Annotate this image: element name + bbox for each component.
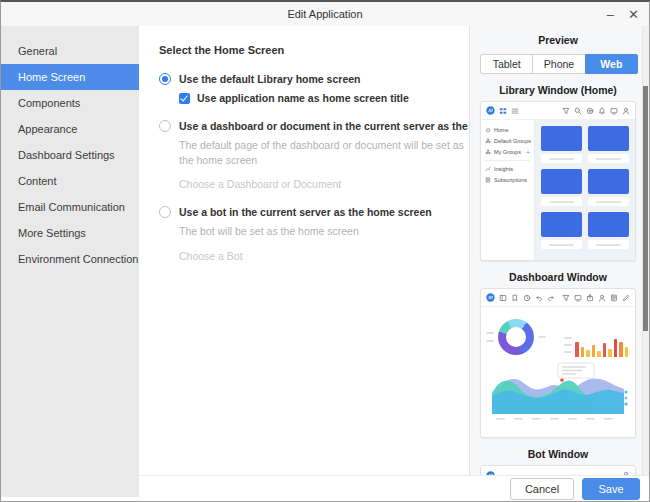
library-card (588, 212, 629, 249)
section-heading: Select the Home Screen (159, 44, 471, 56)
tab-phone[interactable]: Phone (532, 54, 585, 74)
search-icon (574, 107, 582, 115)
minimize-icon[interactable]: – (607, 8, 614, 21)
sidebar-item-email-communication[interactable]: Email Communication (1, 194, 139, 220)
bookmark-icon (511, 294, 519, 302)
history-icon (523, 294, 531, 302)
radio-bot[interactable] (159, 206, 171, 218)
account-icon (622, 107, 630, 115)
library-nav-insights: Insights (481, 163, 534, 174)
home-screen-settings: Select the Home Screen Use the default L… (139, 26, 471, 475)
library-nav: Home Default Groups My Groups + Insi (481, 120, 535, 260)
dialog-title: Edit Application (287, 8, 362, 20)
grid-view-icon (499, 107, 507, 115)
plus-icon: + (526, 149, 530, 156)
subscriptions-icon (485, 177, 491, 183)
option-label: Use a bot in the current server as the h… (179, 206, 432, 218)
groups-icon (485, 138, 491, 144)
area-chart (486, 362, 630, 424)
data-point-marker (560, 378, 564, 382)
bot-window-preview (480, 465, 636, 475)
home-icon (485, 127, 491, 133)
assistant-icon (586, 107, 594, 115)
edit-application-dialog: Edit Application – ✕ General Home Screen… (0, 0, 650, 502)
radio-dashboard-document[interactable] (159, 120, 171, 132)
choose-bot-link[interactable]: Choose a Bot (179, 250, 471, 262)
sidebar-item-dashboard-settings[interactable]: Dashboard Settings (1, 142, 139, 168)
axis-marks (486, 332, 494, 342)
notes-icon (610, 294, 618, 302)
library-card-grid (535, 120, 635, 260)
checkbox-label: Use application name as home screen titl… (197, 92, 409, 104)
axis-mark (538, 336, 546, 338)
sidebar-item-components[interactable]: Components (1, 90, 139, 116)
library-card (541, 169, 582, 206)
dashboard-toolbar (481, 289, 635, 307)
sidebar-item-home-screen[interactable]: Home Screen (1, 64, 139, 90)
option-label: Use the default Library home screen (179, 73, 360, 85)
redo-icon (547, 294, 555, 302)
option-bot: Use a bot in the current server as the h… (159, 206, 471, 261)
insights-icon (485, 166, 491, 172)
option-description: The bot will be set as the home screen (179, 224, 469, 239)
sidebar-item-environment-connection[interactable]: Environment Connection (1, 246, 139, 272)
sidebar-item-appearance[interactable]: Appearance (1, 116, 139, 142)
library-card (588, 169, 629, 206)
dialog-footer: Cancel Save (139, 475, 649, 501)
sidebar-item-content[interactable]: Content (1, 168, 139, 194)
sidebar-item-general[interactable]: General (1, 38, 139, 64)
library-card (541, 212, 582, 249)
library-body: Home Default Groups My Groups + Insi (481, 120, 635, 260)
library-card (588, 126, 629, 163)
settings-sidebar: General Home Screen Components Appearanc… (1, 26, 139, 497)
checkbox-app-name-title[interactable] (179, 93, 190, 104)
tab-web[interactable]: Web (585, 54, 638, 74)
divider (485, 160, 530, 161)
bar-chart (564, 317, 628, 357)
close-icon[interactable]: ✕ (628, 8, 639, 21)
dashboard-window-preview (480, 288, 636, 438)
radio-default-library[interactable] (159, 73, 171, 85)
titlebar: Edit Application – ✕ (1, 2, 649, 26)
donut-chart (498, 319, 534, 355)
choose-dashboard-link[interactable]: Choose a Dashboard or Document (179, 178, 471, 190)
library-logo-icon (486, 293, 495, 302)
library-nav-subscriptions: Subscriptions (481, 174, 534, 185)
library-nav-home: Home (481, 124, 534, 135)
toc-panel-icon (499, 294, 507, 302)
library-nav-default-groups: Default Groups (481, 135, 534, 146)
dashboard-charts (481, 307, 635, 433)
x-axis-labels (496, 418, 613, 420)
monitor-icon (574, 294, 582, 302)
notifications-icon (598, 107, 606, 115)
cast-icon (610, 107, 618, 115)
scrollbar-track[interactable] (642, 26, 649, 475)
list-view-icon (511, 107, 519, 115)
account-icon (598, 294, 606, 302)
option-default-library: Use the default Library home screen Use … (159, 73, 471, 104)
option-dashboard-document: Use a dashboard or document in the curre… (159, 120, 471, 190)
legend-dots (624, 390, 627, 405)
library-window-preview: Home Default Groups My Groups + Insi (480, 101, 636, 261)
preview-device-tabs: Tablet Phone Web (480, 54, 638, 74)
scrollbar-thumb[interactable] (643, 86, 648, 331)
library-nav-my-groups: My Groups + (481, 146, 534, 158)
filter-icon (562, 107, 570, 115)
export-icon (586, 294, 594, 302)
tooltip (558, 363, 594, 378)
preview-panel: Preview Tablet Phone Web Library Window … (469, 26, 649, 475)
library-toolbar (481, 102, 635, 120)
bot-window-title: Bot Window (480, 448, 636, 460)
option-description: The default page of the dashboard or doc… (179, 138, 469, 168)
sidebar-item-more-settings[interactable]: More Settings (1, 220, 139, 246)
groups-icon (485, 149, 491, 155)
save-button[interactable]: Save (582, 478, 640, 500)
library-window-title: Library Window (Home) (480, 84, 636, 96)
cancel-button[interactable]: Cancel (510, 478, 574, 500)
tab-tablet[interactable]: Tablet (480, 54, 533, 74)
undo-icon (535, 294, 543, 302)
filter-icon (562, 294, 570, 302)
preview-heading: Preview (480, 34, 636, 46)
dashboard-window-title: Dashboard Window (480, 271, 636, 283)
edit-icon (622, 294, 630, 302)
